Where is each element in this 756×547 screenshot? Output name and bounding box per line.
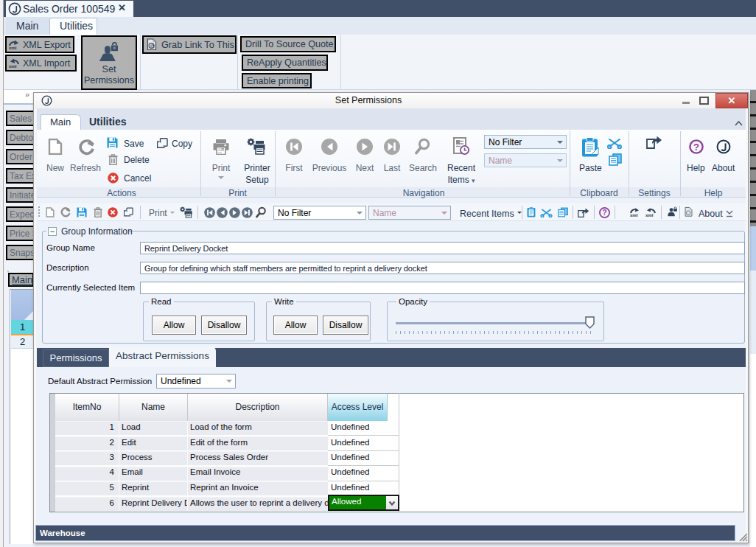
svg-text:xml: xml [645,213,654,217]
svg-text:?: ? [693,142,699,153]
svg-text:?: ? [602,209,606,217]
svg-text:xml: xml [9,64,17,69]
svg-text:@: @ [150,43,155,49]
svg-text:xml: xml [630,213,638,217]
svg-text:xml: xml [9,46,17,50]
